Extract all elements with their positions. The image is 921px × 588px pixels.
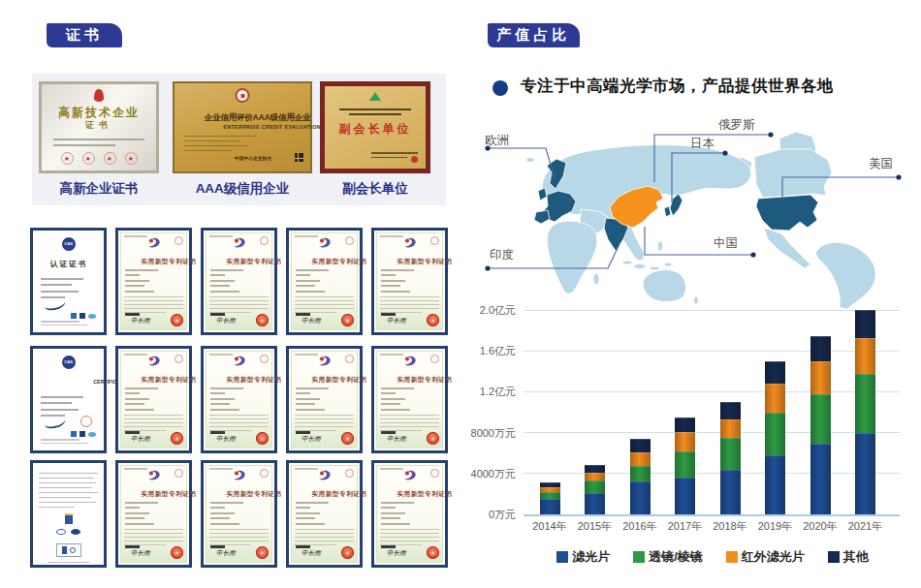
registration-certificate-thumbnail: CAS CERTIFICATE OF REGISTRATION <box>30 346 107 453</box>
red-stamp-icon <box>260 355 269 363</box>
patent-certificate-thumbnail: 实用新型专利证书 申长雨 <box>115 460 192 568</box>
x-axis-tick: 2021年 <box>837 519 895 534</box>
official-seal-icon <box>341 432 354 445</box>
bar-segment <box>675 418 695 432</box>
australia-shape <box>643 270 685 302</box>
legend-swatch-icon <box>633 551 645 563</box>
bar-segment <box>810 444 831 514</box>
official-seal-icon <box>341 546 354 559</box>
bar-segment <box>765 361 785 384</box>
bullet-dot-icon <box>492 80 508 96</box>
patent-certificate-thumbnail: 实用新型专利证书 申长雨 <box>286 460 363 568</box>
company-profile-page: 证书 高新技术企业 证书 企业信用评价AAA级信用企业 ENTERPRISE C… <box>0 0 921 588</box>
red-stamp-icon <box>260 236 269 245</box>
red-stamp-icon <box>260 469 269 478</box>
triangle-logo-icon <box>369 92 381 101</box>
red-stamp-icon <box>430 236 439 245</box>
cert-text-lines <box>296 384 353 414</box>
bar-segment <box>720 470 741 514</box>
signature: 申长雨 <box>379 429 410 448</box>
world-map: 欧洲俄罗斯日本美国中国印度 <box>460 107 921 312</box>
patent-certificate-thumbnail: 实用新型专利证书 申长雨 <box>115 228 192 335</box>
logo-oval-icons <box>33 529 104 535</box>
bar-2020年 <box>810 336 831 514</box>
map-label-europe: 欧洲 <box>485 133 509 149</box>
bar-2018年 <box>720 402 741 514</box>
hightech-cert-label: 高新企业证书 <box>39 180 159 198</box>
signature: 申长雨 <box>123 311 154 329</box>
official-seal-icon <box>427 546 439 559</box>
madagascar-shape <box>593 273 599 285</box>
document-text-lines <box>39 469 98 511</box>
bar-segment <box>630 466 651 481</box>
red-stamp-icon <box>345 355 354 363</box>
map-label-india: 印度 <box>490 247 514 263</box>
y-axis-tick: 1.2亿元 <box>430 385 516 399</box>
patent-certificate-thumbnail: 实用新型专利证书 申长雨 <box>201 228 277 335</box>
official-seal-icon <box>171 314 183 326</box>
cert-text-lines <box>296 265 353 295</box>
cnipa-logo-icon <box>317 356 333 367</box>
red-seal-icon <box>411 156 418 163</box>
y-axis-tick: 0万元 <box>430 508 516 522</box>
bar-segment <box>810 394 831 445</box>
legend-item: 红外滤光片 <box>726 548 805 566</box>
y-axis-tick: 8000万元 <box>430 426 516 441</box>
registration-title: CERTIFICATE OF REGISTRATION <box>33 373 104 390</box>
featured-certificates-panel: 高新技术企业 证书 企业信用评价AAA级信用企业 ENTERPRISE CRED… <box>32 74 446 205</box>
logo-box-icon <box>56 543 81 557</box>
certificates-section-badge: 证书 <box>47 23 122 47</box>
legend-swatch-icon <box>828 551 840 563</box>
legend-item: 透镜/棱镜 <box>633 548 703 566</box>
intro-statement: 专注于中高端光学市场，产品提供世界各地 <box>521 76 834 97</box>
iberia-shape <box>534 210 550 224</box>
patent-certificate-thumbnail: 实用新型专利证书 申长雨 <box>115 346 192 453</box>
y-axis-tick: 2.0亿元 <box>430 303 516 318</box>
uk-shape <box>538 188 547 201</box>
bar-segment <box>810 336 831 360</box>
flame-logo-icon <box>94 89 104 102</box>
bar-segment <box>855 374 875 432</box>
legend-label: 滤光片 <box>572 548 610 566</box>
bar-segment <box>675 451 695 478</box>
cert-text-lines <box>325 106 426 118</box>
signature: 申长雨 <box>379 311 410 329</box>
red-stamp-icon <box>345 236 354 245</box>
cas-logo-icon: CAS <box>62 237 76 251</box>
qr-code-icon <box>295 153 303 162</box>
gridline <box>524 310 900 311</box>
legend-label: 透镜/棱镜 <box>649 548 703 566</box>
legend-item: 滤光片 <box>556 548 610 566</box>
cert-fineprint-lines <box>41 319 96 327</box>
central-america-shape <box>764 228 810 268</box>
cert-text-lines <box>210 384 268 414</box>
red-seal-icons <box>42 152 156 165</box>
legend-label: 红外滤光片 <box>742 548 805 566</box>
hightech-cert-subtitle: 证书 <box>42 119 156 132</box>
bar-segment <box>720 402 741 419</box>
bar-segment <box>720 438 741 470</box>
cert-text-lines <box>381 265 438 295</box>
official-seal-icon <box>256 314 269 326</box>
patent-certificate-thumbnail: 实用新型专利证书 申长雨 <box>286 346 363 453</box>
cnipa-logo-icon <box>146 356 162 367</box>
official-seal-icon <box>171 432 183 445</box>
bar-segment <box>810 361 831 394</box>
gridline <box>524 391 900 392</box>
bar-segment <box>765 455 785 514</box>
cert-text-lines <box>296 498 353 528</box>
gridline <box>524 473 900 474</box>
blue-badge-icon <box>65 513 73 524</box>
red-stamp-icon <box>175 355 183 363</box>
cnipa-logo-icon <box>146 237 162 249</box>
bar-segment <box>765 384 785 413</box>
bar-segment <box>585 493 605 514</box>
red-stamp-icon <box>175 236 183 245</box>
patent-certificate-thumbnail: 实用新型专利证书 申长雨 <box>201 460 277 568</box>
south-america-shape <box>816 242 876 309</box>
signature: 申长雨 <box>208 429 239 448</box>
bar-segment <box>720 419 741 438</box>
patent-certificate-thumbnail: 实用新型专利证书 申长雨 <box>286 228 363 335</box>
canada-shape <box>754 149 832 198</box>
cnipa-logo-icon <box>232 356 247 367</box>
